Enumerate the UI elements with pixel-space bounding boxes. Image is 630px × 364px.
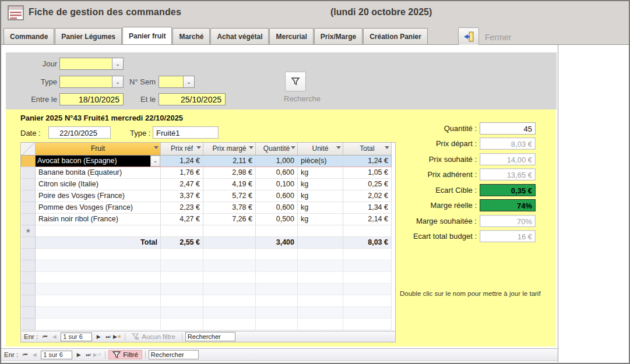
chevron-down-icon xyxy=(196,146,201,149)
divider xyxy=(145,351,146,359)
unite-cell[interactable]: pièce(s) xyxy=(298,155,343,167)
prix-ref-cell[interactable]: 1,76 € xyxy=(161,167,203,178)
previous-record-button[interactable]: ◀ xyxy=(50,334,59,340)
column-header-prix-marge[interactable]: Prix margé xyxy=(203,143,256,155)
record-selector[interactable] xyxy=(22,167,36,178)
chevron-down-icon[interactable]: ⌄ xyxy=(150,156,160,167)
table-row[interactable]: Banane bonita (Equateur) 1,76 € 2,98 € 0… xyxy=(22,167,392,178)
record-selector[interactable] xyxy=(22,213,36,225)
fruits-datasheet-subform: Fruit Prix réf Prix margé Quantité Unité… xyxy=(20,142,396,342)
first-record-button[interactable]: ⏮ xyxy=(40,334,50,340)
tab-achat-vegetal[interactable]: Achat végétal xyxy=(210,28,269,44)
jour-combobox[interactable]: ⌄ xyxy=(59,58,124,70)
record-selector[interactable] xyxy=(22,178,36,190)
last-record-button[interactable]: ⏭ xyxy=(103,334,112,340)
form-right-border xyxy=(558,45,558,362)
tab-prix-marge[interactable]: Prix/Marge xyxy=(314,28,362,44)
no-filter-indicator[interactable]: Aucun filtre xyxy=(128,332,179,341)
prix-marge-cell[interactable]: 2,98 € xyxy=(203,167,256,178)
new-record-icon[interactable]: ✳ xyxy=(22,225,36,236)
table-row[interactable]: Pomme des Vosges (France) 2,23 € 3,78 € … xyxy=(22,202,392,213)
table-row[interactable]: Poire des Vosges (France) 3,37 € 5,72 € … xyxy=(22,190,392,202)
unite-cell[interactable]: kg xyxy=(298,167,343,178)
previous-record-button[interactable]: ◀ xyxy=(30,352,39,358)
unite-cell[interactable]: kg xyxy=(298,213,343,225)
datasheet-corner-cell[interactable] xyxy=(22,143,36,155)
prix-marge-cell[interactable]: 4,19 € xyxy=(203,178,256,190)
prix-ref-cell[interactable]: 3,37 € xyxy=(161,190,203,202)
new-record-button[interactable]: ▶✳ xyxy=(93,352,102,358)
record-selector[interactable] xyxy=(22,155,36,167)
chevron-down-icon: ⌄ xyxy=(112,76,123,87)
record-selector[interactable] xyxy=(22,190,36,202)
divider xyxy=(125,333,125,341)
prix-marge-cell[interactable]: 2,11 € xyxy=(203,155,256,167)
unite-cell[interactable]: kg xyxy=(298,202,343,213)
quantite-cell[interactable]: 0,600 xyxy=(256,167,298,178)
unite-cell[interactable]: kg xyxy=(298,190,343,202)
prix-ref-cell[interactable]: 2,23 € xyxy=(161,202,203,213)
column-header-unite[interactable]: Unité xyxy=(298,143,343,155)
filtered-indicator[interactable]: Filtré xyxy=(108,350,142,359)
panier-type-field[interactable]: Fruité1 xyxy=(153,126,219,139)
ecart-cible-field: 0,35 € xyxy=(480,184,536,196)
fruit-cell[interactable]: Poire des Vosges (France) xyxy=(36,190,161,202)
fruit-cell[interactable]: Pomme des Vosges (France) xyxy=(36,202,161,213)
tab-mercurial[interactable]: Mercurial xyxy=(269,28,313,44)
marge-souhaitee-label: Marge souhaitée : xyxy=(378,217,477,225)
tab-panier-legumes[interactable]: Panier Légumes xyxy=(55,28,122,44)
quantite-cell[interactable]: 0,100 xyxy=(256,178,298,190)
tab-panier-fruit[interactable]: Panier fruit xyxy=(122,27,172,44)
marge-reelle-label: Marge réelle : xyxy=(378,201,477,210)
first-record-button[interactable]: ⏮ xyxy=(20,352,30,358)
subform-search-input[interactable] xyxy=(185,332,235,341)
column-header-fruit[interactable]: Fruit xyxy=(36,143,161,155)
recherche-button[interactable] xyxy=(285,72,306,91)
total-row: Total 2,55 € 3,400 8,03 € xyxy=(22,236,392,248)
fruit-cell-editing[interactable]: Avocat bacon (Espagne) ⌄ xyxy=(36,155,161,167)
date-fin-field[interactable]: 25/10/2025 xyxy=(159,93,226,105)
quantite-cell[interactable]: 0,500 xyxy=(256,213,298,225)
record-selector[interactable] xyxy=(22,202,36,213)
tab-marche[interactable]: Marché xyxy=(173,28,210,44)
fruit-cell[interactable]: Raisin noir ribol (France) xyxy=(36,213,161,225)
close-form-button[interactable] xyxy=(458,27,479,46)
funnel-icon xyxy=(291,77,300,86)
new-record-button[interactable]: ▶✳ xyxy=(112,334,122,340)
quantite-cell[interactable]: 1,000 xyxy=(256,155,298,167)
type-filter-combobox[interactable]: ⌄ xyxy=(59,76,124,88)
column-header-quantite[interactable]: Quantité xyxy=(256,143,298,155)
last-record-button[interactable]: ⏭ xyxy=(83,352,93,358)
new-record-row[interactable]: ✳ xyxy=(22,225,392,236)
prix-ref-cell[interactable]: 4,27 € xyxy=(161,213,203,225)
prix-marge-cell[interactable]: 5,72 € xyxy=(203,190,256,202)
next-record-button[interactable]: ▶ xyxy=(94,334,103,340)
total-label: Total xyxy=(36,236,161,248)
fruit-cell[interactable]: Banane bonita (Equateur) xyxy=(36,167,161,178)
record-position-box[interactable]: 1 sur 6 xyxy=(41,351,72,359)
form-search-input[interactable] xyxy=(149,350,199,359)
quantite-field[interactable]: 45 xyxy=(480,122,536,135)
exit-door-icon xyxy=(463,31,474,43)
record-position-box[interactable]: 1 sur 6 xyxy=(61,333,92,341)
prix-marge-cell[interactable]: 7,26 € xyxy=(203,213,256,225)
next-record-button[interactable]: ▶ xyxy=(74,352,83,358)
prix-marge-cell[interactable]: 3,78 € xyxy=(203,202,256,213)
tab-creation-panier[interactable]: Création Panier xyxy=(363,28,428,44)
ecart-total-budget-label: Ecart total budget : xyxy=(378,232,477,241)
column-header-prix-ref[interactable]: Prix réf xyxy=(161,143,203,155)
tab-commande[interactable]: Commande xyxy=(3,28,54,44)
num-semaine-combobox[interactable]: ⌄ xyxy=(159,76,195,88)
table-row-selected[interactable]: Avocat bacon (Espagne) ⌄ 1,24 € 2,11 € 1… xyxy=(22,155,392,167)
date-debut-field[interactable]: 18/10/2025 xyxy=(59,93,124,105)
prix-ref-cell[interactable]: 2,47 € xyxy=(161,178,203,190)
quantite-cell[interactable]: 0,600 xyxy=(256,202,298,213)
panier-date-field[interactable]: 22/10/2025 xyxy=(48,126,111,139)
fruit-cell[interactable]: Citron sicile (Italie) xyxy=(36,178,161,190)
panier-panel: Panier 2025 N°43 Fruité1 mercredi 22/10/… xyxy=(6,109,556,347)
quantite-cell[interactable]: 0,600 xyxy=(256,190,298,202)
unite-cell[interactable]: kg xyxy=(298,178,343,190)
table-row[interactable]: Raisin noir ribol (France) 4,27 € 7,26 €… xyxy=(22,213,392,225)
table-row[interactable]: Citron sicile (Italie) 2,47 € 4,19 € 0,1… xyxy=(22,178,392,190)
prix-ref-cell[interactable]: 1,24 € xyxy=(161,155,203,167)
